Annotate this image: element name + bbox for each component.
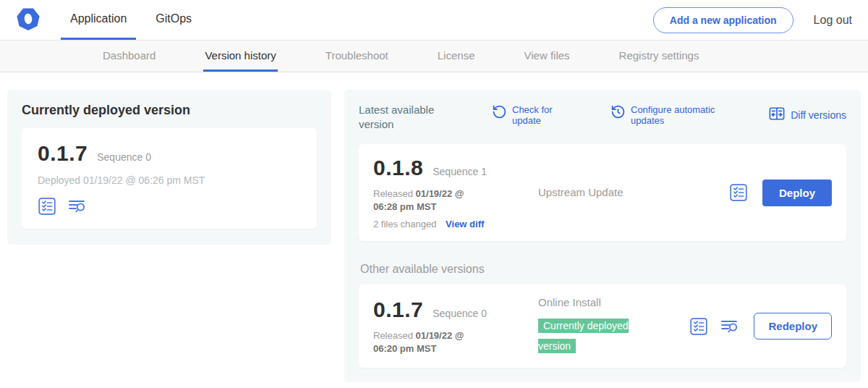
latest-release-source: Upstream Update [538, 186, 654, 199]
add-a-new-application-button[interactable]: Add a new application [653, 7, 793, 33]
latest-sequence-label: Sequence 1 [433, 166, 487, 177]
version-history-content: Currently deployed version 0.1.7 Sequenc… [0, 72, 868, 382]
release-checklist-icon[interactable] [689, 317, 708, 336]
available-versions-panel: Latest available version Check for updat… [344, 90, 861, 382]
released-prefix: Released [373, 188, 413, 199]
tab-gitops[interactable]: GitOps [146, 0, 201, 40]
released-prefix: Released [373, 330, 413, 341]
latest-release-info: 0.1.8 Sequence 1 Released 01/19/22 @ 06:… [373, 156, 538, 229]
configure-automatic-updates-button[interactable]: Configure automatic updates [610, 104, 725, 127]
tab-gitops-label: GitOps [156, 12, 192, 25]
release-checklist-icon[interactable] [729, 183, 748, 202]
top-navigation: Application GitOps Add a new application… [0, 0, 868, 41]
deployed-timestamp: Deployed 01/19/22 @ 06:26 pm MST [38, 174, 301, 186]
check-for-update-button[interactable]: Check for update [492, 104, 563, 127]
tab-application-label: Application [70, 12, 127, 25]
other-released-timestamp: Released 01/19/22 @ 06:20 pm MST [373, 329, 490, 355]
version-row: 0.1.8 Sequence 1 [373, 156, 538, 180]
currently-deployed-panel: Currently deployed version 0.1.7 Sequenc… [7, 90, 331, 245]
currently-deployed-card: 0.1.7 Sequence 0 Deployed 01/19/22 @ 06:… [22, 128, 317, 229]
redeploy-button[interactable]: Redeploy [754, 313, 832, 340]
currently-deployed-badge: Currently deployed version [538, 319, 629, 353]
clock-refresh-icon [610, 104, 626, 122]
subnav-tab-registry-settings[interactable]: Registry settings [618, 41, 701, 72]
subnav-tab-version-history[interactable]: Version history [203, 41, 277, 72]
app-logo-heptagon-icon [16, 7, 41, 34]
tab-application[interactable]: Application [61, 0, 136, 40]
deployed-actions [38, 197, 301, 216]
view-logs-icon[interactable] [720, 317, 739, 336]
view-logs-icon[interactable] [67, 197, 87, 216]
other-release-actions [689, 317, 739, 336]
release-source-label: Online Install [538, 296, 601, 308]
subnav-tab-license[interactable]: License [436, 41, 477, 72]
top-tabs: Application GitOps [61, 0, 201, 40]
logout-link[interactable]: Log out [814, 14, 852, 27]
files-changed-count: 2 files changed [373, 219, 436, 229]
currently-deployed-title: Currently deployed version [22, 103, 317, 118]
app-sub-navigation: Dashboard Version history Troubleshoot L… [0, 41, 868, 72]
latest-version-number: 0.1.8 [373, 156, 423, 180]
deployed-sequence-label: Sequence 0 [97, 151, 151, 163]
other-version-number: 0.1.7 [373, 298, 423, 322]
diff-versions-button[interactable]: Diff versions [768, 106, 846, 125]
deploy-button[interactable]: Deploy [762, 180, 832, 206]
app-logo[interactable] [0, 0, 41, 40]
subnav-tab-view-files[interactable]: View files [522, 41, 571, 72]
subnav-tab-dashboard[interactable]: Dashboard [101, 41, 157, 72]
latest-released-timestamp: Released 01/19/22 @ 06:28 pm MST [373, 187, 490, 213]
release-checklist-icon[interactable] [38, 197, 56, 216]
other-sequence-label: Sequence 0 [433, 308, 487, 319]
other-available-versions-heading: Other available versions [360, 263, 846, 276]
version-row: 0.1.7 Sequence 0 [373, 298, 538, 322]
latest-release-card: 0.1.8 Sequence 1 Released 01/19/22 @ 06:… [359, 144, 846, 241]
latest-available-version-label: Latest available version [359, 103, 467, 131]
diff-versions-label: Diff versions [791, 109, 846, 122]
other-release-source: Online Install Currently deployed versio… [538, 296, 654, 356]
check-for-update-label: Check for update [512, 104, 563, 127]
configure-automatic-updates-label: Configure automatic updates [631, 104, 725, 127]
files-changed-row: 2 files changed View diff [373, 219, 538, 229]
topnav-right: Add a new application Log out [653, 0, 868, 40]
release-source-label: Upstream Update [538, 186, 624, 198]
deployed-version-number: 0.1.7 [38, 141, 88, 166]
refresh-arrow-icon [492, 104, 507, 122]
view-diff-link[interactable]: View diff [446, 219, 484, 229]
version-row: 0.1.7 Sequence 0 [38, 141, 301, 166]
badge-wrap: Currently deployed version [538, 316, 648, 356]
available-versions-header: Latest available version Check for updat… [359, 103, 846, 131]
other-release-info: 0.1.7 Sequence 0 Released 01/19/22 @ 06:… [373, 298, 538, 355]
diff-table-icon [768, 106, 786, 125]
other-release-card: 0.1.7 Sequence 0 Released 01/19/22 @ 06:… [359, 284, 846, 368]
subnav-tab-troubleshoot[interactable]: Troubleshoot [324, 41, 390, 72]
